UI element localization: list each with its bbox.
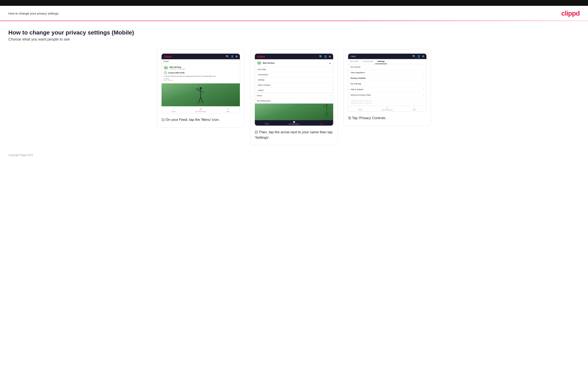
phone-1-mockup: clippd 🔍 👤 ⚙ Feed BM Blair McHarg bbox=[161, 53, 240, 113]
phone2-nav-icons: 🔍 👤 ⚙ bbox=[319, 55, 331, 58]
phone3-settings-menu: My Account › Data Integrations › Privacy… bbox=[348, 64, 426, 106]
dropdown-my-performance-nav[interactable]: My Performance ▾ bbox=[255, 98, 333, 104]
profile-icon-2[interactable]: 👤 bbox=[324, 55, 327, 58]
phone2-bottom-nav: ⌂ Home 📈 My Performance ✕ Menu bbox=[255, 120, 333, 125]
dropdown-home-nav[interactable]: Home ▾ bbox=[255, 93, 333, 98]
profile-icon[interactable]: 👤 bbox=[231, 55, 234, 58]
close-icon: ✕ bbox=[321, 121, 322, 123]
phone2-logo: clippd bbox=[257, 55, 265, 58]
menu-icon: ≡ bbox=[227, 108, 229, 110]
back-button[interactable]: ‹ Back bbox=[350, 55, 356, 57]
post-lesson: 📋 Lesson with Fordy bbox=[164, 71, 238, 75]
lesson-title: Lesson with Fordy bbox=[168, 72, 185, 74]
tab-connections[interactable]: Connections bbox=[361, 59, 375, 64]
settings-my-account[interactable]: My Account › bbox=[348, 64, 426, 70]
footer: Copyright Clippd 2022 bbox=[0, 150, 588, 161]
tab-settings[interactable]: Settings bbox=[375, 59, 387, 64]
svg-point-9 bbox=[326, 104, 328, 106]
search-icon-3[interactable]: 🔍 bbox=[413, 55, 415, 58]
phone3-performance-nav[interactable]: 📈 My Performance bbox=[382, 107, 393, 111]
post-card: BM Blair McHarg Yesterday · Sunningdale … bbox=[162, 64, 240, 83]
bottom-nav-menu[interactable]: ≡ Menu bbox=[226, 108, 230, 112]
svg-line-6 bbox=[201, 97, 202, 102]
step-3-card: ‹ Back 🔍 👤 ⚙ My Profile Connections Sett… bbox=[344, 49, 431, 126]
tab-my-profile[interactable]: My Profile bbox=[348, 59, 361, 64]
performance-label-2: My Performance bbox=[289, 123, 299, 125]
phone2-navbar: clippd 🔍 👤 ⚙ bbox=[255, 54, 333, 59]
chevron-right-icon-3: › bbox=[423, 77, 424, 79]
step-3-caption: 3) Tap 'Privacy Controls'. bbox=[348, 115, 427, 121]
privacy-controls-label: Privacy Controls bbox=[351, 77, 366, 79]
home-icon-2: ⌂ bbox=[266, 121, 267, 123]
dropdown-collapse-arrow[interactable]: ▲ bbox=[329, 62, 331, 64]
phone-2-mockup: clippd 🔍 👤 ⚙ BM Blair McHarg ▲ bbox=[255, 53, 333, 126]
svg-line-14 bbox=[325, 112, 327, 117]
menu-label: Menu bbox=[226, 111, 230, 112]
header-title: How to change your privacy settings bbox=[8, 12, 59, 15]
menu-label-3: Menu bbox=[413, 109, 416, 110]
chevron-right-icon-4: › bbox=[423, 83, 424, 85]
step-1-caption: 1) On your Feed, tap the 'Menu' icon. bbox=[161, 117, 240, 123]
phone1-bottom-nav: ⌂ Home 📈 My Performance ≡ Menu bbox=[162, 106, 240, 113]
dropdown-logout[interactable]: Logout bbox=[255, 88, 333, 93]
avatar-2: BM bbox=[257, 61, 261, 65]
main-content: How to change your privacy settings (Mob… bbox=[0, 21, 588, 150]
dropdown-username: Blair McHarg bbox=[263, 62, 274, 64]
phone3-navbar: ‹ Back 🔍 👤 ⚙ bbox=[348, 54, 426, 59]
performance-label: My Performance bbox=[196, 111, 206, 112]
phone2-bg bbox=[255, 104, 333, 120]
settings-help-support[interactable]: Help & Support ↗ bbox=[348, 87, 426, 92]
phone2-performance-nav[interactable]: 📈 My Performance bbox=[289, 121, 299, 125]
svg-line-2 bbox=[197, 90, 201, 92]
dropdown-settings[interactable]: Settings bbox=[255, 77, 333, 83]
dropdown-help-support[interactable]: Help & Support ↗ bbox=[255, 83, 333, 88]
steps-row: clippd 🔍 👤 ⚙ Feed BM Blair McHarg bbox=[8, 49, 580, 145]
my-golf-bag-label: My Golf Bag bbox=[351, 83, 361, 85]
chevron-right-icon-2: › bbox=[423, 72, 424, 74]
avatar: BM bbox=[164, 66, 168, 70]
dropdown-user: BM Blair McHarg bbox=[257, 61, 274, 65]
home-icon: ⌂ bbox=[173, 108, 174, 110]
search-icon-2[interactable]: 🔍 bbox=[319, 55, 322, 58]
dropdown-overlay: BM Blair McHarg ▲ My Profile Connections… bbox=[255, 59, 333, 104]
search-icon[interactable]: 🔍 bbox=[226, 55, 229, 58]
bottom-nav-home[interactable]: ⌂ Home bbox=[172, 108, 175, 112]
phone3-nav-icons: 🔍 👤 ⚙ bbox=[413, 55, 424, 58]
phone2-home-nav[interactable]: ⌂ Home bbox=[265, 121, 269, 125]
settings-my-golf-bag[interactable]: My Golf Bag › bbox=[348, 81, 426, 87]
chevron-down-icon: ▾ bbox=[330, 95, 331, 97]
chevron-down-icon-2: ▾ bbox=[330, 100, 331, 102]
svg-point-0 bbox=[200, 87, 202, 89]
dropdown-header: BM Blair McHarg ▲ bbox=[255, 59, 333, 67]
performance-icon: 📈 bbox=[199, 108, 202, 110]
phone3-menu-nav[interactable]: ≡ Menu bbox=[413, 107, 416, 111]
header: How to change your privacy settings clip… bbox=[0, 6, 588, 17]
external-link-icon-2: ↗ bbox=[423, 89, 424, 91]
top-bar bbox=[0, 0, 588, 6]
home-icon-3: ⌂ bbox=[360, 107, 360, 108]
phone1-navbar: clippd 🔍 👤 ⚙ bbox=[162, 54, 240, 59]
phone3-bottom-nav: ⌂ Home 📈 My Performance ≡ Menu bbox=[348, 106, 426, 111]
dropdown-connections[interactable]: Connections bbox=[255, 72, 333, 77]
bottom-nav-performance[interactable]: 📈 My Performance bbox=[196, 108, 206, 112]
phone2-menu-close[interactable]: ✕ Menu bbox=[320, 121, 323, 125]
post-text: Looking to feel like my hands are exitin… bbox=[164, 75, 238, 77]
lesson-icon: 📋 bbox=[164, 71, 167, 75]
settings-icon-2[interactable]: ⚙ bbox=[329, 55, 331, 58]
help-support-label: Help & Support bbox=[258, 84, 270, 86]
settings-icon-3[interactable]: ⚙ bbox=[422, 55, 424, 58]
settings-icon[interactable]: ⚙ bbox=[235, 55, 238, 58]
golfer-image bbox=[162, 83, 240, 106]
home-label-3: Home bbox=[358, 109, 362, 110]
settings-privacy-controls[interactable]: Privacy Controls › bbox=[348, 75, 426, 81]
dropdown-my-profile[interactable]: My Profile bbox=[255, 67, 333, 72]
profile-icon-3[interactable]: 👤 bbox=[417, 55, 420, 58]
home-nav-label: Home bbox=[257, 95, 262, 97]
step-2-card: clippd 🔍 👤 ⚙ BM Blair McHarg ▲ bbox=[250, 49, 338, 145]
menu-label-2: Menu bbox=[320, 123, 323, 125]
svg-line-11 bbox=[324, 106, 327, 108]
phone3-home-nav[interactable]: ⌂ Home bbox=[358, 107, 362, 111]
settings-data-integrations[interactable]: Data Integrations › bbox=[348, 70, 426, 75]
post-meta: Yesterday · Sunningdale bbox=[170, 68, 185, 70]
settings-service-privacy[interactable]: Service & Privacy Policy ↗ bbox=[348, 92, 426, 98]
